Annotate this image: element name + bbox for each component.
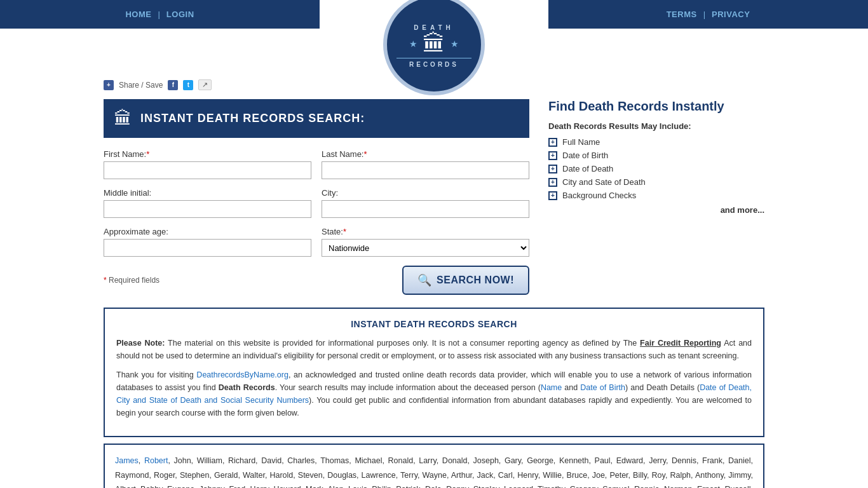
- info-col: Find Death Records Instantly Death Recor…: [548, 99, 764, 215]
- state-group: State:* Nationwide Alabama Alaska Arizon…: [322, 227, 529, 257]
- content-cols: 🏛 INSTANT DEATH RECORDS SEARCH: First Na…: [104, 99, 764, 295]
- first-name-group: First Name:*: [104, 149, 311, 179]
- share-label: Share / Save: [119, 81, 163, 90]
- required-note: * Required fields: [104, 276, 159, 285]
- list-item-label: Full Name: [562, 137, 600, 147]
- state-select[interactable]: Nationwide Alabama Alaska Arizona Arkans…: [322, 239, 529, 257]
- list-icon: [548, 191, 557, 200]
- info-box-p2: Thank you for visiting DeathrecordsByNam…: [116, 369, 752, 419]
- first-name-label: First Name:*: [104, 149, 311, 159]
- search-btn-label: SEARCH NOW!: [437, 274, 514, 286]
- please-note: Please Note:: [116, 339, 165, 348]
- last-name-label: Last Name:*: [322, 149, 529, 159]
- search-header: 🏛 INSTANT DEATH RECORDS SEARCH:: [104, 99, 529, 138]
- approx-age-group: Approximate age:: [104, 227, 311, 257]
- nav-left: HOME | LOGIN: [0, 0, 320, 29]
- name-link[interactable]: Name: [541, 383, 562, 392]
- form-row-3: Approximate age: State:* Nationwide Alab…: [104, 227, 529, 257]
- first-name-input[interactable]: [104, 161, 311, 179]
- logo-star-left: ★: [409, 39, 417, 49]
- home-link[interactable]: HOME: [125, 10, 151, 19]
- list-item-label: Date of Birth: [562, 151, 608, 160]
- logo-divider: [397, 58, 471, 58]
- logo-circle: DEATH ★ 🏛 ★ RECORDS: [383, 0, 485, 95]
- info-title: Find Death Records Instantly: [548, 99, 764, 114]
- list-item: Background Checks: [548, 191, 764, 200]
- form-row-2: Middle initial: City:: [104, 188, 529, 218]
- approx-age-label: Approximate age:: [104, 227, 311, 236]
- middle-initial-input[interactable]: [104, 200, 311, 218]
- nav-sep: |: [158, 10, 159, 19]
- list-item-label: Background Checks: [562, 191, 636, 200]
- search-btn-icon: 🔍: [417, 273, 432, 287]
- fair-credit: Fair Credit Reporting: [640, 339, 721, 348]
- search-now-button[interactable]: 🔍 SEARCH NOW!: [402, 266, 529, 295]
- last-name-required: *: [363, 149, 367, 159]
- middle-initial-label: Middle initial:: [104, 188, 311, 198]
- city-label: City:: [322, 188, 529, 198]
- list-icon: [548, 165, 557, 173]
- twitter-icon[interactable]: t: [183, 80, 193, 90]
- header: HOME | LOGIN DEATH ★ 🏛 ★ RECORDS TERMS |…: [0, 0, 868, 29]
- middle-initial-group: Middle initial:: [104, 188, 311, 218]
- terms-link[interactable]: TERMS: [667, 10, 697, 19]
- approx-age-input[interactable]: [104, 239, 311, 257]
- names-text: James, Robert, John, William, Richard, D…: [115, 454, 753, 488]
- info-list: Full Name Date of Birth Date of Death Ci…: [548, 137, 764, 200]
- nav-right: TERMS | PRIVACY: [548, 0, 868, 29]
- form-footer: * Required fields 🔍 SEARCH NOW!: [104, 266, 529, 295]
- facebook-icon[interactable]: f: [168, 80, 178, 90]
- first-name-required: *: [146, 149, 149, 159]
- state-label: State:*: [322, 227, 529, 236]
- privacy-link[interactable]: PRIVACY: [712, 10, 750, 19]
- state-required: *: [343, 227, 346, 236]
- logo-star-right: ★: [451, 39, 459, 49]
- and-more: and more...: [548, 205, 764, 215]
- search-header-title: INSTANT DEATH RECORDS SEARCH:: [140, 112, 365, 125]
- names-box: James, Robert, John, William, Richard, D…: [104, 444, 764, 488]
- search-header-icon: 🏛: [114, 108, 132, 129]
- list-icon: [548, 178, 557, 187]
- logo-bottom-text: RECORDS: [409, 61, 459, 68]
- list-item: Date of Death: [548, 164, 764, 173]
- form-row-1: First Name:* Last Name:*: [104, 149, 529, 179]
- logo-stars: ★ 🏛 ★: [409, 32, 459, 55]
- list-item: City and Sate of Death: [548, 177, 764, 187]
- list-item: Date of Birth: [548, 151, 764, 160]
- last-name-input[interactable]: [322, 161, 529, 179]
- city-group: City:: [322, 188, 529, 218]
- search-col: 🏛 INSTANT DEATH RECORDS SEARCH: First Na…: [104, 99, 529, 295]
- info-subtitle: Death Records Results May Include:: [548, 121, 764, 131]
- death-details-link[interactable]: Date of Death, City and State of Death a…: [116, 383, 752, 405]
- login-link[interactable]: LOGIN: [166, 10, 194, 19]
- list-item-label: Date of Death: [562, 164, 613, 173]
- share-other-btn[interactable]: ↗: [198, 79, 212, 90]
- share-box-icon: +: [104, 80, 114, 90]
- list-item: Full Name: [548, 137, 764, 147]
- logo-building-icon: 🏛: [423, 32, 445, 55]
- list-item-label: City and Sate of Death: [562, 177, 646, 187]
- name-james[interactable]: James: [115, 456, 139, 465]
- logo: DEATH ★ 🏛 ★ RECORDS: [383, 0, 485, 95]
- info-box-p1: Please Note: The material on this websit…: [116, 337, 752, 362]
- site-link[interactable]: DeathrecordsByName.org: [196, 370, 288, 379]
- info-box-title: INSTANT DEATH RECORDS SEARCH: [116, 319, 752, 329]
- name-robert[interactable]: Robert: [144, 456, 168, 465]
- nav-sep-2: |: [703, 10, 705, 19]
- main-content: + Share / Save f t ↗ 🏛 INSTANT DEATH REC…: [91, 79, 777, 488]
- dob-link[interactable]: Date of Birth: [580, 383, 625, 392]
- list-icon: [548, 151, 557, 160]
- city-input[interactable]: [322, 200, 529, 218]
- info-box: INSTANT DEATH RECORDS SEARCH Please Note…: [104, 308, 764, 437]
- list-icon: [548, 138, 557, 147]
- death-records-bold: Death Records: [219, 383, 275, 392]
- logo-top-text: DEATH: [414, 24, 454, 31]
- last-name-group: Last Name:*: [322, 149, 529, 179]
